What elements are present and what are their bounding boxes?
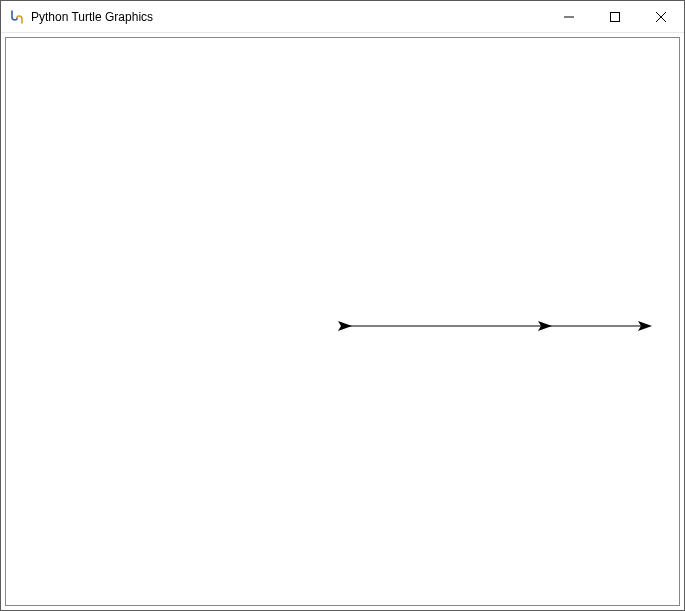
minimize-button[interactable]: [546, 1, 592, 32]
close-icon: [656, 12, 666, 22]
svg-marker-4: [338, 321, 352, 331]
close-button[interactable]: [638, 1, 684, 32]
maximize-icon: [610, 12, 620, 22]
turtle-cursor: [338, 321, 352, 331]
turtle-canvas: [6, 38, 679, 605]
svg-rect-1: [611, 12, 620, 21]
maximize-button[interactable]: [592, 1, 638, 32]
app-window: Python Turtle Graphics: [0, 0, 685, 611]
app-icon: [9, 9, 25, 25]
window-controls: [546, 1, 684, 32]
titlebar[interactable]: Python Turtle Graphics: [1, 1, 684, 33]
minimize-icon: [564, 12, 574, 22]
window-title: Python Turtle Graphics: [31, 10, 546, 24]
canvas-area: [5, 37, 680, 606]
